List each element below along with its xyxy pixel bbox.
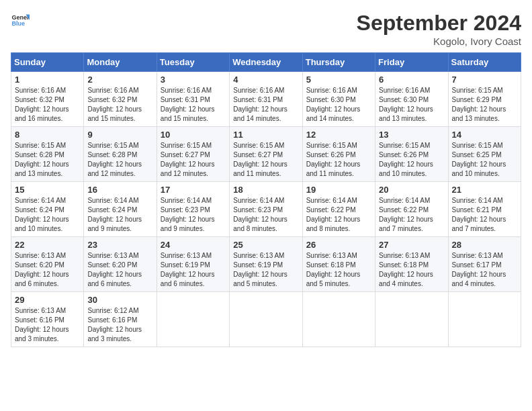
calendar-week-2: 8 Sunrise: 6:15 AMSunset: 6:28 PMDayligh…: [11, 127, 521, 182]
calendar-cell: 22 Sunrise: 6:13 AMSunset: 6:20 PMDaylig…: [11, 237, 84, 292]
day-detail: Sunrise: 6:14 AMSunset: 6:23 PMDaylight:…: [161, 197, 215, 232]
day-number: 23: [87, 240, 152, 250]
calendar-week-1: 1 Sunrise: 6:16 AMSunset: 6:32 PMDayligh…: [11, 72, 521, 127]
calendar-cell: 5 Sunrise: 6:16 AMSunset: 6:30 PMDayligh…: [302, 72, 375, 127]
day-number: 12: [306, 130, 371, 140]
calendar-cell: 8 Sunrise: 6:15 AMSunset: 6:28 PMDayligh…: [11, 127, 84, 182]
day-detail: Sunrise: 6:15 AMSunset: 6:25 PMDaylight:…: [452, 142, 506, 177]
day-detail: Sunrise: 6:13 AMSunset: 6:18 PMDaylight:…: [306, 252, 361, 287]
weekday-header-sunday: Sunday: [11, 53, 84, 72]
day-detail: Sunrise: 6:16 AMSunset: 6:32 PMDaylight:…: [15, 87, 69, 122]
calendar-cell: 14 Sunrise: 6:15 AMSunset: 6:25 PMDaylig…: [448, 127, 521, 182]
day-number: 4: [233, 75, 298, 85]
calendar-cell: 15 Sunrise: 6:14 AMSunset: 6:24 PMDaylig…: [11, 182, 84, 237]
calendar-cell: 23 Sunrise: 6:13 AMSunset: 6:20 PMDaylig…: [84, 237, 157, 292]
day-number: 7: [452, 75, 517, 85]
day-detail: Sunrise: 6:14 AMSunset: 6:23 PMDaylight:…: [233, 197, 287, 232]
calendar-cell: 26 Sunrise: 6:13 AMSunset: 6:18 PMDaylig…: [302, 237, 375, 292]
day-number: 15: [15, 185, 80, 195]
day-detail: Sunrise: 6:15 AMSunset: 6:26 PMDaylight:…: [306, 142, 361, 177]
day-detail: Sunrise: 6:15 AMSunset: 6:28 PMDaylight:…: [15, 142, 69, 177]
day-detail: Sunrise: 6:13 AMSunset: 6:18 PMDaylight:…: [379, 252, 433, 287]
calendar-cell: 10 Sunrise: 6:15 AMSunset: 6:27 PMDaylig…: [157, 127, 229, 182]
day-detail: Sunrise: 6:14 AMSunset: 6:24 PMDaylight:…: [87, 197, 142, 232]
day-number: 11: [233, 130, 298, 140]
day-detail: Sunrise: 6:15 AMSunset: 6:26 PMDaylight:…: [379, 142, 433, 177]
calendar-cell: 19 Sunrise: 6:14 AMSunset: 6:22 PMDaylig…: [302, 182, 375, 237]
calendar-cell: 28 Sunrise: 6:13 AMSunset: 6:17 PMDaylig…: [448, 237, 521, 292]
weekday-header-monday: Monday: [84, 53, 157, 72]
day-number: 28: [452, 240, 517, 250]
weekday-header-friday: Friday: [375, 53, 448, 72]
calendar-cell: 4 Sunrise: 6:16 AMSunset: 6:31 PMDayligh…: [230, 72, 302, 127]
svg-text:Blue: Blue: [11, 20, 25, 27]
day-detail: Sunrise: 6:13 AMSunset: 6:16 PMDaylight:…: [15, 307, 69, 342]
day-detail: Sunrise: 6:15 AMSunset: 6:27 PMDaylight:…: [233, 142, 287, 177]
calendar-cell: 27 Sunrise: 6:13 AMSunset: 6:18 PMDaylig…: [375, 237, 448, 292]
day-number: 14: [452, 130, 517, 140]
day-detail: Sunrise: 6:15 AMSunset: 6:27 PMDaylight:…: [161, 142, 215, 177]
day-number: 30: [87, 295, 152, 305]
day-detail: Sunrise: 6:16 AMSunset: 6:32 PMDaylight:…: [87, 87, 142, 122]
calendar-cell: 17 Sunrise: 6:14 AMSunset: 6:23 PMDaylig…: [157, 182, 229, 237]
day-detail: Sunrise: 6:14 AMSunset: 6:22 PMDaylight:…: [379, 197, 433, 232]
calendar-cell: 3 Sunrise: 6:16 AMSunset: 6:31 PMDayligh…: [157, 72, 229, 127]
calendar-cell: [157, 292, 229, 347]
calendar-cell: 2 Sunrise: 6:16 AMSunset: 6:32 PMDayligh…: [84, 72, 157, 127]
day-detail: Sunrise: 6:16 AMSunset: 6:31 PMDaylight:…: [233, 87, 287, 122]
day-detail: Sunrise: 6:15 AMSunset: 6:28 PMDaylight:…: [87, 142, 142, 177]
weekday-header-row: SundayMondayTuesdayWednesdayThursdayFrid…: [11, 53, 521, 72]
day-detail: Sunrise: 6:13 AMSunset: 6:19 PMDaylight:…: [233, 252, 287, 287]
month-title: September 2024: [357, 11, 521, 36]
day-number: 9: [87, 130, 152, 140]
logo-icon: General Blue: [11, 11, 30, 30]
calendar-cell: [230, 292, 302, 347]
day-number: 26: [306, 240, 371, 250]
calendar-cell: 12 Sunrise: 6:15 AMSunset: 6:26 PMDaylig…: [302, 127, 375, 182]
day-detail: Sunrise: 6:14 AMSunset: 6:22 PMDaylight:…: [306, 197, 361, 232]
day-detail: Sunrise: 6:13 AMSunset: 6:17 PMDaylight:…: [452, 252, 506, 287]
day-detail: Sunrise: 6:16 AMSunset: 6:30 PMDaylight:…: [306, 87, 361, 122]
day-number: 21: [452, 185, 517, 195]
day-detail: Sunrise: 6:15 AMSunset: 6:29 PMDaylight:…: [452, 87, 506, 122]
day-number: 16: [87, 185, 152, 195]
day-number: 3: [161, 75, 226, 85]
calendar-cell: 11 Sunrise: 6:15 AMSunset: 6:27 PMDaylig…: [230, 127, 302, 182]
day-detail: Sunrise: 6:13 AMSunset: 6:20 PMDaylight:…: [87, 252, 142, 287]
calendar-table: SundayMondayTuesdayWednesdayThursdayFrid…: [11, 52, 521, 347]
calendar-cell: 16 Sunrise: 6:14 AMSunset: 6:24 PMDaylig…: [84, 182, 157, 237]
day-number: 17: [161, 185, 226, 195]
weekday-header-tuesday: Tuesday: [157, 53, 229, 72]
calendar-week-5: 29 Sunrise: 6:13 AMSunset: 6:16 PMDaylig…: [11, 292, 521, 347]
day-number: 22: [15, 240, 80, 250]
calendar-cell: 1 Sunrise: 6:16 AMSunset: 6:32 PMDayligh…: [11, 72, 84, 127]
location-subtitle: Kogolo, Ivory Coast: [357, 36, 521, 47]
calendar-cell: [375, 292, 448, 347]
calendar-cell: 29 Sunrise: 6:13 AMSunset: 6:16 PMDaylig…: [11, 292, 84, 347]
day-detail: Sunrise: 6:13 AMSunset: 6:20 PMDaylight:…: [15, 252, 69, 287]
day-number: 13: [379, 130, 444, 140]
title-area: September 2024 Kogolo, Ivory Coast: [357, 11, 521, 47]
day-number: 24: [161, 240, 226, 250]
day-detail: Sunrise: 6:13 AMSunset: 6:19 PMDaylight:…: [161, 252, 215, 287]
day-number: 20: [379, 185, 444, 195]
calendar-cell: 20 Sunrise: 6:14 AMSunset: 6:22 PMDaylig…: [375, 182, 448, 237]
header: General Blue September 2024 Kogolo, Ivor…: [11, 11, 521, 47]
calendar-week-4: 22 Sunrise: 6:13 AMSunset: 6:20 PMDaylig…: [11, 237, 521, 292]
weekday-header-wednesday: Wednesday: [230, 53, 302, 72]
day-detail: Sunrise: 6:12 AMSunset: 6:16 PMDaylight:…: [87, 307, 142, 342]
day-detail: Sunrise: 6:14 AMSunset: 6:21 PMDaylight:…: [452, 197, 506, 232]
day-number: 5: [306, 75, 371, 85]
day-number: 25: [233, 240, 298, 250]
day-detail: Sunrise: 6:16 AMSunset: 6:31 PMDaylight:…: [161, 87, 215, 122]
day-number: 2: [87, 75, 152, 85]
logo: General Blue: [11, 11, 30, 30]
calendar-cell: [448, 292, 521, 347]
calendar-cell: 6 Sunrise: 6:16 AMSunset: 6:30 PMDayligh…: [375, 72, 448, 127]
day-number: 19: [306, 185, 371, 195]
calendar-cell: 7 Sunrise: 6:15 AMSunset: 6:29 PMDayligh…: [448, 72, 521, 127]
day-number: 27: [379, 240, 444, 250]
day-number: 6: [379, 75, 444, 85]
day-detail: Sunrise: 6:16 AMSunset: 6:30 PMDaylight:…: [379, 87, 433, 122]
calendar-cell: 30 Sunrise: 6:12 AMSunset: 6:16 PMDaylig…: [84, 292, 157, 347]
